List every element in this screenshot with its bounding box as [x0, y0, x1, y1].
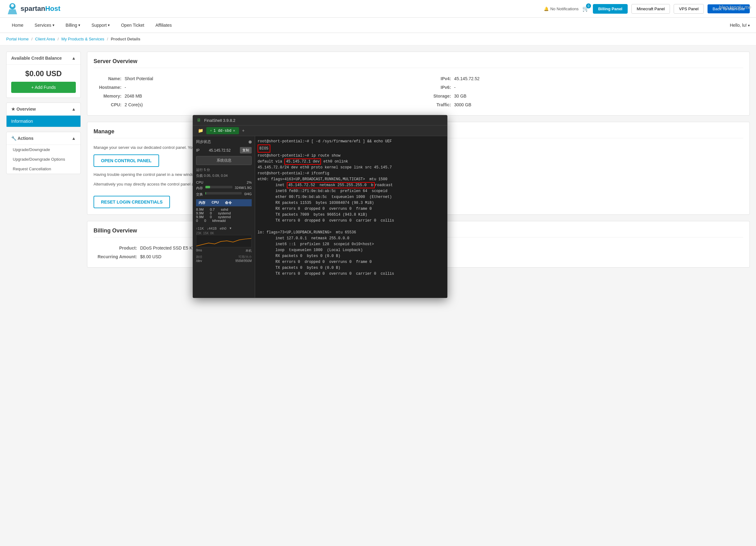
tab-name: 1 dd-sbd — [213, 129, 231, 133]
terminal-line: root@short-potential:~# ip route show — [258, 153, 445, 158]
terminal-line: TX errors 0 dropped 0 overruns 0 carrier… — [258, 271, 445, 277]
sysinfo-button[interactable]: 系统信息 — [196, 156, 252, 165]
nav-billing[interactable]: Billing ▾ — [60, 18, 86, 33]
chevron-up-icon: ▲ — [71, 136, 76, 141]
nav-services[interactable]: Services ▾ — [29, 18, 60, 33]
process-row: 8.9M0.7sshd — [196, 208, 252, 211]
nav-open-ticket[interactable]: Open Ticket — [115, 18, 150, 33]
sidebar-item-upgrade-downgrade[interactable]: Upgrade/Downgrade — [7, 145, 80, 154]
server-left-col: Name: Short Potential Hostname: - Memory… — [94, 74, 414, 109]
name-label: Name: — [94, 76, 121, 81]
credit-balance-body: $0.00 USD + Add Funds — [7, 65, 80, 98]
star-icon: ★ — [11, 107, 15, 112]
cpu-row: CPU: 2 Core(s) — [94, 100, 414, 109]
ipv4-row: IPv4: 45.145.72.52 — [423, 74, 744, 83]
finalshell-titlebar: 🖥 FinalShell 3.9.8.2 — [193, 115, 447, 126]
terminal-tab[interactable]: ● 1 dd-sbd ✕ — [206, 127, 239, 134]
sidebar-item-request-cancellation[interactable]: Request Cancellation — [7, 164, 80, 174]
nav-affiliates[interactable]: Affiliates — [150, 18, 177, 33]
credit-balance-header: Available Credit Balance ▲ — [7, 52, 80, 65]
top-bar-right: 🔔 No Notifications 🛒 0 Billing Panel Min… — [544, 4, 750, 14]
billing-panel-button[interactable]: Billing Panel — [593, 4, 628, 14]
terminal-line: RX errors 0 dropped 0 overruns 0 frame 0 — [258, 259, 445, 265]
terminal-tab-bar: 📁 ● 1 dd-sbd ✕ + — [193, 126, 447, 136]
inet-highlight: 45.145.72.52 netmask 255.255.255.0 b — [287, 182, 375, 188]
recurring-value: $8.00 USD — [140, 254, 161, 259]
sidebar-item-upgrade-options[interactable]: Upgrade/Downgrade Options — [7, 154, 80, 164]
uptime-text: 运行 5 分 — [196, 167, 252, 172]
nav-bar: Home Services ▾ Billing ▾ Support ▾ Open… — [0, 18, 756, 33]
terminal-line: root@short-potential:~# [ -d /sys/firmwa… — [258, 139, 445, 144]
finalshell-body: 同步状态 IP 45.145.72.52 复制 系统信息 运行 5 分 负载 0… — [193, 136, 447, 280]
sync-row: 同步状态 — [196, 139, 252, 145]
reset-login-credentials-button[interactable]: RESET LOGIN CREDENTIALS — [94, 196, 170, 208]
actions-section-header: 🔧 Actions ▲ — [7, 132, 80, 145]
swap-bar-bg — [205, 192, 242, 195]
cpu-stat-row: CPU 2% — [196, 181, 252, 184]
terminal-line: TX errors 0 dropped 0 overruns 0 carrier… — [258, 218, 445, 223]
cpu-value: 2 Core(s) — [125, 102, 143, 107]
back-to-main-button[interactable]: Back To Main Site — [708, 4, 750, 13]
vps-panel-button[interactable]: VPS Panel — [674, 4, 704, 14]
hostname-row: Hostname: - — [94, 83, 414, 92]
folder-icon[interactable]: 📁 — [195, 127, 206, 135]
mem-stat-row: 内存 324M/1.9G — [196, 186, 252, 190]
chevron-down-icon: ▾ — [53, 23, 54, 27]
ip-label: IP — [196, 148, 199, 153]
swap-stat-row: 交换 0/4G — [196, 192, 252, 197]
storage-label: Storage: — [423, 94, 451, 99]
tab-add-icon[interactable]: + — [240, 127, 247, 135]
terminal-area[interactable]: root@short-potential:~# [ -d /sys/firmwa… — [255, 136, 447, 280]
ipv4-value: 45.145.72.52 — [454, 76, 480, 81]
load-text: 负载 0.05, 0.09, 0.04 — [196, 173, 252, 178]
ipv4-label: IPv4: — [423, 76, 451, 81]
breadcrumb-product-details: Product Details — [111, 37, 140, 41]
nav-support[interactable]: Support ▾ — [86, 18, 115, 33]
traffic-label: Traffic: — [423, 102, 451, 107]
net-up: ↑11K — [196, 227, 204, 230]
cart-count: 0 — [586, 3, 591, 8]
open-control-panel-button[interactable]: OPEN CONTROL PANEL — [94, 154, 159, 167]
copy-ip-button[interactable]: 复制 — [240, 147, 252, 154]
breadcrumb-my-products[interactable]: My Products & Services — [62, 37, 104, 41]
storage-value: 30 GB — [454, 94, 467, 99]
mem-stat-detail: 324M/1.9G — [235, 186, 252, 190]
minecraft-panel-button[interactable]: Minecraft Panel — [631, 4, 670, 14]
terminal-line: TX packets 0 bytes 0 (0.0 B) — [258, 265, 445, 271]
notifications[interactable]: 🔔 No Notifications — [544, 7, 579, 11]
sidebar-item-information[interactable]: Information — [7, 116, 80, 127]
chevron-up-icon: ▲ — [71, 56, 76, 61]
breadcrumb-portal-home[interactable]: Portal Home — [6, 37, 29, 41]
storage-row: Storage: 30 GB — [423, 92, 744, 100]
net-interface: eth0 — [220, 227, 226, 230]
mem-bar-bg — [205, 186, 232, 188]
cpu-stat-label: CPU — [196, 181, 203, 184]
process-row: 00kthreadd — [196, 219, 252, 223]
cart-badge[interactable]: 🛒 0 — [582, 5, 589, 12]
nav-home[interactable]: Home — [6, 18, 29, 33]
nav-user[interactable]: Hello, lu! ▾ — [730, 18, 750, 33]
bios-highlight: BIOS — [258, 145, 270, 153]
breadcrumb-client-area[interactable]: Client Area — [35, 37, 55, 41]
tab-close-icon[interactable]: ✕ — [233, 128, 235, 133]
terminal-line: inet 127.0.0.1 netmask 255.0.0.0 — [258, 236, 445, 241]
sidebar: Available Credit Balance ▲ $0.00 USD + A… — [6, 52, 81, 274]
add-funds-button[interactable]: + Add Funds — [11, 82, 76, 93]
process-header: 内存 CPU 命令 — [199, 200, 249, 205]
terminal-line: loop txqueuelen 1000 (Local Loopback) — [258, 247, 445, 253]
finalshell-overlay: 🖥 FinalShell 3.9.8.2 📁 ● 1 dd-sbd ✕ + 同步… — [193, 115, 447, 280]
ip-value: 45.145.72.52 — [209, 148, 231, 153]
cpu-stat-value: 2% — [247, 181, 252, 184]
overview-card: ★ Overview ▲ Information — [6, 103, 81, 127]
hostname-label: Hostname: — [94, 85, 121, 90]
ip-row: IP 45.145.72.52 复制 — [196, 147, 252, 154]
terminal-line — [258, 224, 445, 229]
traffic-row: Traffic: 3000 GB — [423, 100, 744, 109]
terminal-line: RX errors 0 dropped 0 overruns 0 frame 0 — [258, 206, 445, 212]
top-bar: spartanHost 🔔 No Notifications 🛒 0 Billi… — [0, 0, 756, 18]
name-row: Name: Short Potential — [94, 74, 414, 83]
recurring-label: Recurring Amount: — [94, 254, 137, 259]
logo: spartanHost — [6, 2, 60, 15]
server-overview-card: Server Overview Name: Short Potential Ho… — [87, 52, 750, 116]
bell-icon: 🔔 — [544, 7, 549, 11]
